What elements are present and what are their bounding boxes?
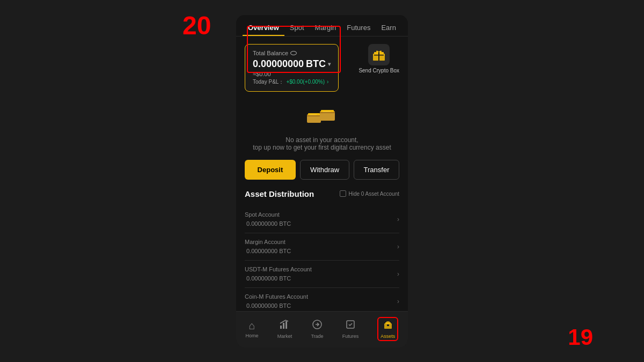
usdt-futures-row[interactable]: USDT-M Futures Account 0.00000000BTC ›	[245, 261, 399, 288]
balance-section: Total Balance 0.00000000 BTC ▾ ≈$0.00 To…	[245, 44, 399, 92]
withdraw-button[interactable]: Withdraw	[300, 160, 349, 180]
nav-trade[interactable]: Trade	[304, 317, 330, 341]
phone-frame: Overview Spot Margin Futures Earn Follow…	[236, 15, 408, 348]
balance-amount: 0.00000000 BTC ▾	[253, 58, 331, 70]
balance-label-text: Total Balance	[253, 50, 288, 56]
coin-futures-row[interactable]: Coin-M Futures Account 0.00000000BTC ›	[245, 288, 399, 311]
nav-futures[interactable]: Futures	[336, 317, 365, 341]
coin-futures-chevron: ›	[397, 298, 399, 305]
margin-account-name: Margin Account	[245, 239, 291, 245]
annotation-20: 20	[182, 11, 211, 40]
eye-icon[interactable]	[290, 51, 297, 55]
outer-background: 20 19 Overview Spot Margin Futures Earn …	[0, 0, 644, 362]
balance-usd: ≈$0.00	[253, 71, 331, 77]
usdt-futures-balance: 0.00000000BTC	[245, 274, 312, 282]
empty-text-line1: No asset in your account,	[286, 136, 358, 144]
nav-tab-list: Overview Spot Margin Futures Earn Follow	[243, 20, 401, 36]
coin-futures-balance: 0.00000000BTC	[245, 301, 308, 309]
asset-distribution-header: Asset Distribution Hide 0 Asset Account	[245, 189, 399, 198]
trade-icon	[312, 319, 323, 333]
nav-home-label: Home	[246, 333, 259, 338]
send-crypto-box[interactable]: Send Crypto Box	[358, 44, 399, 73]
main-content: Total Balance 0.00000000 BTC ▾ ≈$0.00 To…	[236, 36, 408, 311]
balance-currency: BTC	[306, 58, 326, 70]
svg-rect-12	[280, 326, 282, 329]
assets-icon	[383, 319, 393, 333]
nav-assets[interactable]: Assets	[371, 315, 405, 343]
svg-rect-6	[307, 115, 321, 116]
transfer-button[interactable]: Transfer	[354, 160, 399, 180]
spot-account-info: Spot Account 0.00000000BTC	[245, 211, 291, 227]
top-navigation: Overview Spot Margin Futures Earn Follow	[236, 15, 408, 36]
usdt-futures-name: USDT-M Futures Account	[245, 266, 312, 272]
coin-futures-info: Coin-M Futures Account 0.00000000BTC	[245, 293, 308, 309]
empty-state: No asset in your account, top up now to …	[245, 98, 399, 160]
tab-margin[interactable]: Margin	[310, 20, 342, 36]
usdt-futures-chevron: ›	[397, 270, 399, 278]
asset-distribution-title: Asset Distribution	[245, 189, 314, 198]
hide-zero-label[interactable]: Hide 0 Asset Account	[340, 190, 399, 197]
bottom-navigation: ⌂ Home Market	[236, 311, 408, 348]
balance-value: 0.00000000	[253, 58, 304, 70]
action-buttons: Deposit Withdraw Transfer	[245, 160, 399, 180]
empty-text-line2: top up now to get your first digital cur…	[253, 144, 391, 151]
margin-account-row[interactable]: Margin Account 0.00000000BTC ›	[245, 233, 399, 261]
coin-futures-name: Coin-M Futures Account	[245, 293, 308, 300]
deposit-button[interactable]: Deposit	[245, 160, 296, 180]
spot-account-name: Spot Account	[245, 211, 291, 218]
spot-account-balance: 0.00000000BTC	[245, 219, 291, 227]
nav-futures-label: Futures	[342, 334, 359, 339]
hide-zero-text: Hide 0 Asset Account	[348, 191, 399, 197]
nav-trade-label: Trade	[311, 334, 323, 339]
nav-home[interactable]: ⌂ Home	[239, 317, 265, 341]
svg-rect-20	[387, 324, 389, 326]
usdt-futures-info: USDT-M Futures Account 0.00000000BTC	[245, 266, 312, 282]
spot-account-row[interactable]: Spot Account 0.00000000BTC ›	[245, 206, 399, 233]
balance-pnl: Today P&L： +$0.00(+0.00%) ›	[253, 78, 331, 86]
caret-icon[interactable]: ▾	[328, 61, 331, 67]
margin-chevron: ›	[397, 243, 399, 250]
pnl-arrow[interactable]: ›	[327, 79, 328, 85]
pnl-value: +$0.00(+0.00%)	[286, 79, 325, 85]
hide-zero-checkbox[interactable]	[340, 190, 346, 197]
gold-bars-icon	[305, 104, 339, 132]
svg-rect-14	[286, 321, 287, 329]
margin-account-balance: 0.00000000BTC	[245, 247, 291, 255]
pnl-label: Today P&L：	[253, 78, 284, 86]
svg-rect-9	[320, 112, 335, 113]
market-icon	[279, 319, 290, 333]
nav-market[interactable]: Market	[271, 317, 299, 341]
annotation-19: 19	[568, 324, 593, 350]
svg-rect-13	[283, 323, 284, 329]
tab-spot[interactable]: Spot	[284, 20, 310, 36]
futures-icon	[345, 319, 356, 333]
send-crypto-label: Send Crypto Box	[358, 68, 399, 73]
svg-rect-3	[374, 55, 384, 56]
margin-account-info: Margin Account 0.00000000BTC	[245, 239, 291, 255]
send-crypto-icon	[368, 44, 390, 65]
tab-overview[interactable]: Overview	[243, 20, 284, 36]
svg-rect-19	[386, 321, 390, 323]
balance-box: Total Balance 0.00000000 BTC ▾ ≈$0.00 To…	[245, 44, 339, 92]
nav-assets-label: Assets	[380, 334, 395, 339]
tab-earn[interactable]: Earn	[376, 20, 401, 36]
balance-label: Total Balance	[253, 50, 331, 56]
spot-chevron: ›	[397, 216, 399, 223]
svg-rect-2	[378, 52, 379, 61]
accounts-list: Spot Account 0.00000000BTC › Margin Acco…	[245, 206, 399, 311]
tab-futures[interactable]: Futures	[341, 20, 376, 36]
home-icon: ⌂	[249, 320, 255, 332]
nav-market-label: Market	[277, 334, 292, 339]
